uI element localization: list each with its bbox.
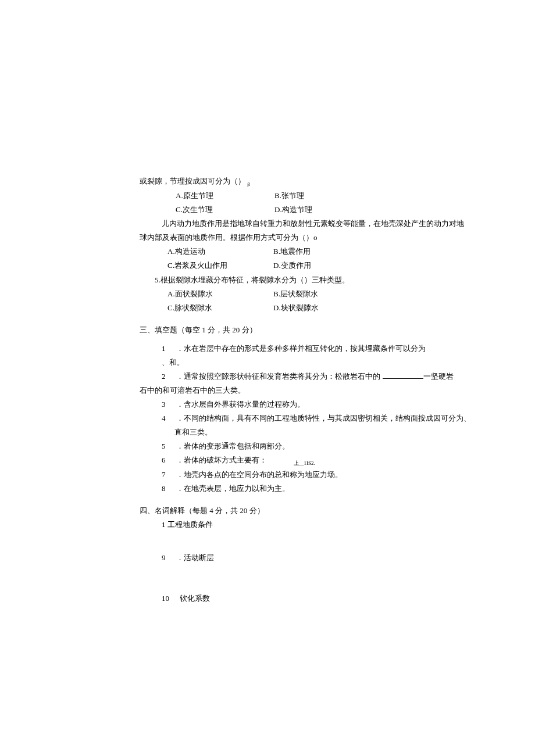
fill-2: 2 ．通常按照空隙形状特征和发育岩类将其分为：松散岩石中的 一坚硬岩 bbox=[140, 370, 401, 384]
q4-opt-c: C.岩浆及火山作用 bbox=[167, 259, 273, 273]
f7-num: 7 bbox=[162, 468, 174, 482]
q5-stem: 5.根据裂隙水埋藏分布特征，将裂隙水分为（）三种类型。 bbox=[140, 273, 401, 287]
fill-1b: 、和。 bbox=[140, 356, 401, 370]
q4-stem-a: 儿内动力地质作用是指地球自转重力和放射性元素蜕变等能量，在地壳深处产生的动力对地 bbox=[140, 217, 401, 231]
q5-opt-b: B.层状裂隙水 bbox=[273, 287, 318, 301]
fill-4b: 直和三类。 bbox=[140, 425, 401, 439]
f5-num: 5 bbox=[162, 439, 174, 453]
fill-6: 6 ．岩体的破坏方式主要有： 上__1IS2. bbox=[140, 453, 401, 468]
q3-stem-text: 或裂隙，节理按成因可分为（） bbox=[140, 177, 245, 185]
q5-opt-c: C.脉状裂隙水 bbox=[167, 301, 273, 315]
t9-text: ．活动断层 bbox=[176, 553, 214, 562]
f1-num: 1 bbox=[162, 342, 174, 356]
f1-text: ．水在岩层中存在的形式是多种多样并相互转化的，按其埋藏条件可以分为 bbox=[176, 344, 426, 353]
q5-opt-d: D.块状裂隙水 bbox=[273, 301, 319, 315]
q5-row1: A.面状裂隙水 B.层状裂隙水 bbox=[140, 287, 401, 301]
q3-row1: A.原生节理 B.张节理 bbox=[140, 189, 401, 203]
fill-7: 7 ．地壳内各点的在空间分布的总和称为地应力场。 bbox=[140, 468, 401, 482]
f6-num: 6 bbox=[162, 453, 174, 467]
q3-opt-c: C.次生节理 bbox=[176, 203, 274, 217]
f3-num: 3 bbox=[162, 397, 174, 411]
blank-icon bbox=[383, 372, 423, 379]
t9-num: 9 bbox=[162, 551, 174, 565]
f4-num: 4 bbox=[162, 411, 174, 425]
f4-text-a: ．不同的结构面，具有不同的工程地质特性，与其成因密切相关，结构面按成因可分为、 bbox=[176, 414, 471, 422]
q3-opt-d: D.构造节理 bbox=[274, 203, 312, 217]
term-1: 1 工程地质条件 bbox=[140, 518, 401, 532]
f8-num: 8 bbox=[162, 482, 174, 496]
fill-8: 8 ．在地壳表层，地应力以和为主。 bbox=[140, 482, 401, 496]
fill-1: 1 ．水在岩层中存在的形式是多种多样并相互转化的，按其埋藏条件可以分为 bbox=[140, 342, 401, 356]
section4-title: 四、名词解释（每题 4 分，共 20 分） bbox=[140, 504, 401, 518]
q3-opt-b: B.张节理 bbox=[274, 189, 304, 203]
f5-text: ．岩体的变形通常包括和两部分。 bbox=[176, 442, 290, 450]
f6-small: 上__1IS2. bbox=[269, 460, 315, 466]
fill-5: 5 ．岩体的变形通常包括和两部分。 bbox=[140, 439, 401, 453]
q5-opt-a: A.面状裂隙水 bbox=[167, 287, 273, 301]
f2-text-b: 一坚硬岩 bbox=[423, 372, 454, 381]
q4-row1: A.构造运动 B.地震作用 bbox=[140, 245, 401, 259]
q3-row2: C.次生节理 D.构造节理 bbox=[140, 203, 401, 217]
q4-opt-a: A.构造运动 bbox=[167, 245, 273, 259]
f7-text: ．地壳内各点的在空间分布的总和称为地应力场。 bbox=[176, 470, 343, 479]
fill-2b: 石中的和可溶岩石中的三大类。 bbox=[140, 384, 401, 397]
q3-opt-a: A.原生节理 bbox=[176, 189, 274, 203]
q3-stem: 或裂隙，节理按成因可分为（） β bbox=[140, 174, 401, 189]
f8-text: ．在地壳表层，地应力以和为主。 bbox=[176, 484, 290, 493]
q5-row2: C.脉状裂隙水 D.块状裂隙水 bbox=[140, 301, 401, 315]
f2-text-a: ．通常按照空隙形状特征和发育岩类将其分为：松散岩石中的 bbox=[176, 372, 382, 381]
t10-text: 软化系数 bbox=[180, 594, 210, 603]
q4-opt-b: B.地震作用 bbox=[273, 245, 311, 259]
q4-opt-d: D.变质作用 bbox=[273, 259, 311, 273]
term-9: 9 ．活动断层 bbox=[140, 551, 401, 565]
fill-4: 4 ．不同的结构面，具有不同的工程地质特性，与其成因密切相关，结构面按成因可分为… bbox=[140, 411, 401, 425]
t10-num: 10 bbox=[162, 592, 178, 605]
q3-sub: β bbox=[247, 181, 250, 187]
f2-num: 2 bbox=[162, 370, 174, 384]
f6-text: ．岩体的破坏方式主要有： bbox=[176, 456, 267, 464]
fill-3: 3 ．含水层自外界获得水量的过程称为。 bbox=[140, 397, 401, 411]
q4-row2: C.岩浆及火山作用 D.变质作用 bbox=[140, 259, 401, 273]
section3-title: 三、填空题（每空 1 分，共 20 分） bbox=[140, 323, 401, 337]
f3-text: ．含水层自外界获得水量的过程称为。 bbox=[176, 400, 305, 409]
q4-stem-b: 球内部及表面的地质作用。根据作用方式可分为（）o bbox=[140, 231, 401, 245]
term-10: 10 软化系数 bbox=[140, 592, 401, 605]
